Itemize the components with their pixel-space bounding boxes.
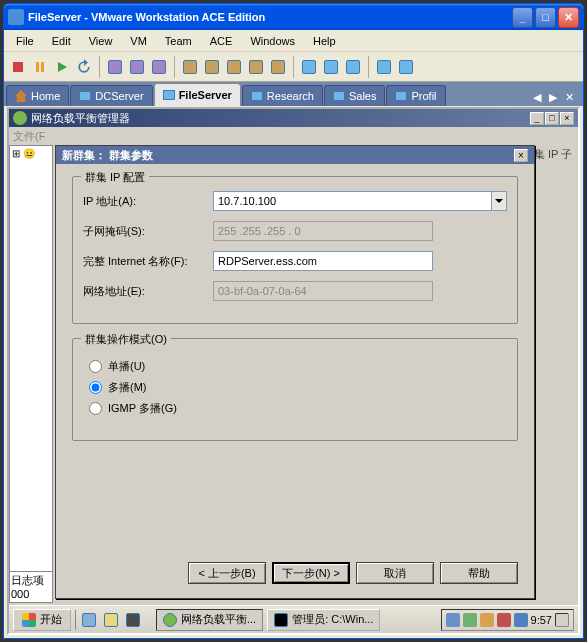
tree-root[interactable]: ⊞ 😐 bbox=[10, 146, 52, 161]
minimize-button[interactable]: _ bbox=[512, 7, 533, 28]
taskbar-item-nlb[interactable]: 网络负载平衡... bbox=[156, 609, 263, 631]
suspend-button[interactable] bbox=[30, 57, 50, 77]
poweron-button[interactable] bbox=[52, 57, 72, 77]
tab-scroll-left[interactable]: ◀ bbox=[530, 89, 544, 106]
outer-menubar: File Edit View VM Team ACE Windows Help bbox=[4, 30, 583, 52]
log-pane: 日志项 000 bbox=[9, 571, 53, 603]
tab-label: DCServer bbox=[95, 90, 143, 102]
home-icon bbox=[15, 90, 27, 102]
poweroff-button[interactable] bbox=[8, 57, 28, 77]
group-legend: 群集 IP 配置 bbox=[81, 170, 149, 185]
taskbar-item-cmd[interactable]: 管理员: C:\Win... bbox=[267, 609, 380, 631]
tree-pane[interactable]: ⊞ 😐 bbox=[9, 145, 53, 573]
snapshot-mgr-button[interactable] bbox=[149, 57, 169, 77]
log-header: 日志项 bbox=[11, 573, 51, 588]
close-button[interactable]: ✕ bbox=[558, 7, 579, 28]
unity-button[interactable] bbox=[396, 57, 416, 77]
tab-sales[interactable]: Sales bbox=[324, 85, 386, 106]
igmp-multicast-radio[interactable] bbox=[89, 402, 102, 415]
team-btn-2[interactable] bbox=[202, 57, 222, 77]
tab-research[interactable]: Research bbox=[242, 85, 323, 106]
menu-view[interactable]: View bbox=[81, 33, 121, 49]
team-btn-1[interactable] bbox=[180, 57, 200, 77]
dialog-close-button[interactable]: × bbox=[514, 149, 528, 162]
subnet-mask-label: 子网掩码(S): bbox=[83, 224, 213, 239]
tray-icon[interactable] bbox=[497, 613, 511, 627]
subnet-mask-input bbox=[213, 221, 433, 241]
menu-edit[interactable]: Edit bbox=[44, 33, 79, 49]
snapshot-button[interactable] bbox=[105, 57, 125, 77]
revert-button[interactable] bbox=[127, 57, 147, 77]
tray-clock[interactable]: 9:57 bbox=[531, 614, 552, 626]
menu-vm[interactable]: VM bbox=[122, 33, 155, 49]
dialog-title: 新群集： 群集参数 bbox=[62, 148, 514, 163]
menu-help[interactable]: Help bbox=[305, 33, 344, 49]
nlb-menubar[interactable]: 文件(F bbox=[9, 127, 578, 145]
unicast-label[interactable]: 单播(U) bbox=[108, 359, 145, 374]
view-btn-2[interactable] bbox=[321, 57, 341, 77]
fqdn-input[interactable] bbox=[213, 251, 433, 271]
view-btn-1[interactable] bbox=[299, 57, 319, 77]
quicklaunch-app[interactable] bbox=[124, 611, 142, 629]
multicast-label[interactable]: 多播(M) bbox=[108, 380, 147, 395]
guest-display: 网络负载平衡管理器 _ □ × 文件(F ⊞ 😐 集 IP 子 日志项 000 … bbox=[7, 107, 580, 635]
tab-home-label: Home bbox=[31, 90, 60, 102]
view-btn-3[interactable] bbox=[343, 57, 363, 77]
ip-address-input[interactable] bbox=[213, 191, 491, 211]
vm-icon bbox=[79, 91, 91, 101]
tab-dcserver[interactable]: DCServer bbox=[70, 85, 152, 106]
outer-toolbar bbox=[4, 52, 583, 82]
quicklaunch-explorer[interactable] bbox=[102, 611, 120, 629]
team-btn-5[interactable] bbox=[268, 57, 288, 77]
vmware-icon bbox=[8, 9, 24, 25]
tab-home[interactable]: Home bbox=[6, 85, 69, 106]
tab-scroll-right[interactable]: ▶ bbox=[546, 89, 560, 106]
fullscreen-button[interactable] bbox=[374, 57, 394, 77]
menu-ace[interactable]: ACE bbox=[202, 33, 241, 49]
cancel-button[interactable]: 取消 bbox=[356, 562, 434, 584]
next-button[interactable]: 下一步(N) > bbox=[272, 562, 350, 584]
back-button[interactable]: < 上一步(B) bbox=[188, 562, 266, 584]
maximize-button[interactable]: □ bbox=[535, 7, 556, 28]
tray-icon[interactable] bbox=[463, 613, 477, 627]
tray-show-desktop[interactable] bbox=[555, 613, 569, 627]
tab-fileserver[interactable]: FileServer bbox=[154, 83, 241, 106]
vm-tabs: Home DCServer FileServer Research Sales … bbox=[4, 82, 583, 106]
vm-icon bbox=[163, 90, 175, 100]
unicast-radio[interactable] bbox=[89, 360, 102, 373]
nlb-icon bbox=[13, 111, 27, 125]
team-btn-3[interactable] bbox=[224, 57, 244, 77]
reset-button[interactable] bbox=[74, 57, 94, 77]
team-btn-4[interactable] bbox=[246, 57, 266, 77]
tab-label: Research bbox=[267, 90, 314, 102]
tray-volume-icon[interactable] bbox=[514, 613, 528, 627]
multicast-radio[interactable] bbox=[89, 381, 102, 394]
menu-windows[interactable]: Windows bbox=[242, 33, 303, 49]
menu-file[interactable]: File bbox=[8, 33, 42, 49]
outer-title: FileServer - VMware Workstation ACE Edit… bbox=[28, 11, 512, 23]
vmware-window: FileServer - VMware Workstation ACE Edit… bbox=[3, 3, 584, 639]
guest-taskbar: 开始 网络负载平衡... 管理员: C:\Win... 9:57 bbox=[9, 605, 578, 633]
menu-team[interactable]: Team bbox=[157, 33, 200, 49]
network-address-label: 网络地址(E): bbox=[83, 284, 213, 299]
ip-dropdown-button[interactable] bbox=[491, 191, 507, 211]
tray-icon[interactable] bbox=[446, 613, 460, 627]
inner-maximize[interactable]: □ bbox=[545, 112, 559, 125]
nlb-manager-titlebar[interactable]: 网络负载平衡管理器 _ □ × bbox=[9, 109, 578, 127]
quicklaunch-desktop[interactable] bbox=[80, 611, 98, 629]
tab-close[interactable]: ✕ bbox=[562, 89, 577, 106]
ip-address-combo[interactable] bbox=[213, 191, 507, 211]
group-legend: 群集操作模式(O) bbox=[81, 332, 171, 347]
igmp-label[interactable]: IGMP 多播(G) bbox=[108, 401, 177, 416]
tab-profil[interactable]: Profil bbox=[386, 85, 445, 106]
outer-titlebar[interactable]: FileServer - VMware Workstation ACE Edit… bbox=[4, 4, 583, 30]
help-button[interactable]: 帮助 bbox=[440, 562, 518, 584]
fqdn-label: 完整 Internet 名称(F): bbox=[83, 254, 213, 269]
system-tray[interactable]: 9:57 bbox=[441, 609, 574, 631]
start-button[interactable]: 开始 bbox=[13, 609, 71, 631]
windows-flag-icon bbox=[22, 613, 36, 627]
inner-close[interactable]: × bbox=[560, 112, 574, 125]
inner-minimize[interactable]: _ bbox=[530, 112, 544, 125]
dialog-titlebar[interactable]: 新群集： 群集参数 × bbox=[56, 146, 534, 164]
tray-icon[interactable] bbox=[480, 613, 494, 627]
